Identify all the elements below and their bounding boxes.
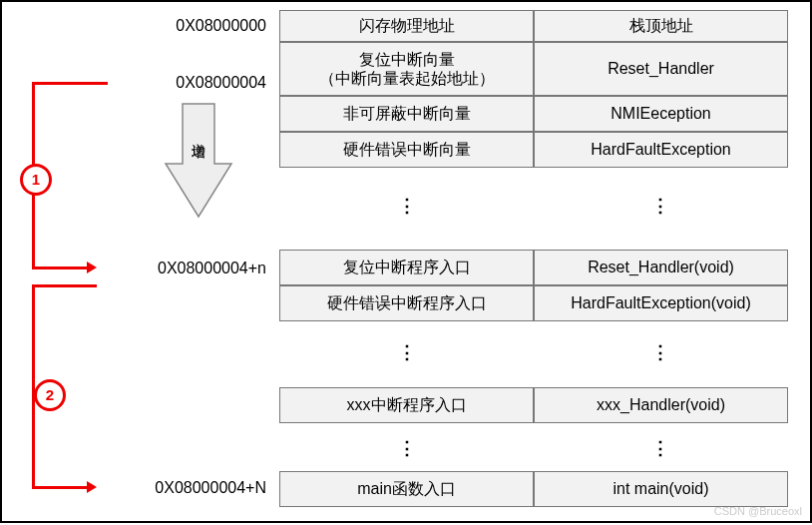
arrow-right-2-icon (87, 481, 97, 493)
addr-n: 0X08000004+n (87, 260, 266, 277)
step-badge-1: 1 (20, 164, 52, 196)
watermark: CSDN @Bruceoxl (714, 505, 802, 517)
addr-0: 0X08000000 (87, 17, 266, 35)
arrow-right-1-icon (87, 262, 97, 273)
dots-3b: ⋮ (650, 439, 670, 457)
red-seg-2a (32, 284, 97, 287)
c1r6: 硬件错误中断程序入口 (279, 285, 534, 321)
dots-1b: ⋮ (650, 197, 670, 215)
down-arrow-icon (164, 102, 233, 220)
c1r1: 闪存物理地址 (279, 10, 534, 42)
c1r4: 硬件错误中断向量 (279, 132, 534, 168)
c2r6: HardFaultException(void) (534, 285, 788, 321)
addr-1: 0X08000004 (87, 74, 266, 92)
c2r2: Reset_Handler (534, 42, 788, 96)
c1r3: 非可屏蔽中断向量 (279, 96, 534, 132)
red-seg-1c (32, 266, 88, 269)
c1r8: main函数入口 (279, 471, 534, 507)
dots-1a: ⋮ (397, 197, 417, 215)
red-seg-1a (32, 82, 108, 85)
c1r7: xxx中断程序入口 (279, 387, 534, 423)
red-seg-2b (32, 284, 35, 489)
arrow-label: 递增 (190, 132, 207, 136)
svg-marker-0 (166, 104, 231, 217)
c1r2: 复位中断向量 （中断向量表起始地址） (279, 42, 534, 96)
addr-big-n: 0X08000004+N (87, 479, 266, 497)
red-seg-2c (32, 486, 88, 489)
c1r5: 复位中断程序入口 (279, 250, 534, 285)
step-badge-2: 2 (34, 379, 66, 411)
diagram-frame: 0X08000000 0X08000004 0X08000004+n 0X080… (0, 0, 812, 523)
c2r3: NMIEeception (534, 96, 788, 132)
dots-3a: ⋮ (397, 439, 417, 457)
c2r1: 栈顶地址 (534, 10, 788, 42)
c2r7: xxx_Handler(void) (534, 387, 788, 423)
c2r5: Reset_Handler(void) (534, 250, 788, 285)
c2r4: HardFaultException (534, 132, 788, 168)
dots-2b: ⋮ (650, 343, 670, 361)
dots-2a: ⋮ (397, 343, 417, 361)
c2r8: int main(void) (534, 471, 788, 507)
